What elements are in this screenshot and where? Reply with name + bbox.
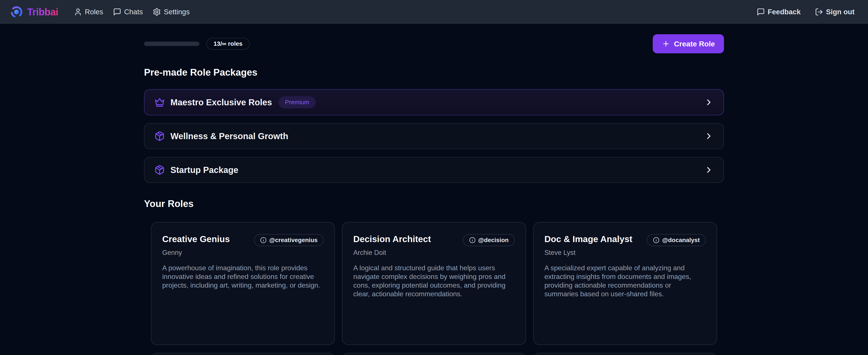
role-handle-badge[interactable]: @creativegenius [254,234,323,246]
role-card-subtitle: Genny [162,249,323,257]
role-card-partial[interactable] [342,353,526,355]
chat-icon [113,8,121,16]
sign-out-button[interactable]: Sign out [815,8,855,16]
sign-out-icon [815,8,823,16]
package-icon [154,165,165,175]
role-handle: @creativegenius [269,237,317,244]
role-card-subtitle: Archie Doit [353,249,515,257]
create-role-label: Create Role [674,40,715,48]
role-card-title: Decision Architect [353,234,431,245]
package-row-maestro[interactable]: Maestro Exclusive Roles Premium [144,89,724,115]
nav-item-chats[interactable]: Chats [113,8,143,16]
role-card-description: A logical and structured guide that help… [353,264,515,298]
main-content: 13/∞ roles Create Role Pre-made Role Pac… [144,34,724,355]
role-card-description: A specialized expert capable of analyzin… [545,264,706,298]
role-handle: @decision [478,237,509,244]
role-card-title: Creative Genius [162,234,230,245]
role-card-doc-image-analyst[interactable]: Doc & Image Analyst @docanalyst Steve Ly… [533,222,717,345]
your-roles-heading: Your Roles [144,199,724,208]
plus-icon [662,40,670,48]
nav-item-settings[interactable]: Settings [153,8,189,16]
chevron-right-icon [704,97,714,107]
packages-heading: Pre-made Role Packages [144,68,724,77]
package-title: Wellness & Personal Growth [170,131,288,141]
package-icon [154,131,165,141]
premium-badge: Premium [279,96,316,108]
chevron-right-icon [704,131,714,141]
role-handle-badge[interactable]: @decision [463,234,515,246]
role-card-title: Doc & Image Analyst [545,234,632,245]
role-cards-grid: Creative Genius @creativegenius Genny A … [151,222,717,355]
user-icon [74,8,82,16]
info-icon [469,237,475,243]
roles-count-badge: 13/∞ roles [207,38,250,50]
tribbai-logo-icon [10,5,23,19]
info-icon [653,237,659,243]
role-handle: @docanalyst [662,237,700,244]
info-icon [260,237,267,243]
role-card-creative-genius[interactable]: Creative Genius @creativegenius Genny A … [151,222,335,345]
package-list: Maestro Exclusive Roles Premium Wellness… [144,89,724,183]
feedback-button[interactable]: Feedback [757,8,801,16]
role-card-decision-architect[interactable]: Decision Architect @decision Archie Doit… [342,222,526,345]
feedback-label: Feedback [768,8,801,16]
chevron-right-icon [704,165,714,175]
package-title: Maestro Exclusive Roles [170,97,272,107]
nav-item-roles[interactable]: Roles [74,8,103,16]
sign-out-label: Sign out [826,8,855,16]
role-card-subtitle: Steve Lyst [545,249,706,257]
create-role-button[interactable]: Create Role [653,34,724,53]
package-row-startup[interactable]: Startup Package [144,157,724,183]
package-title: Startup Package [170,165,238,175]
nav-item-label: Roles [85,8,103,16]
nav-item-label: Settings [164,8,189,16]
nav-item-label: Chats [124,8,143,16]
chat-icon [757,8,765,16]
brand[interactable]: Tribbai [10,5,58,19]
role-card-description: A powerhouse of imagination, this role p… [162,264,323,290]
top-navbar: Tribbai Roles Chats Settings [0,0,868,24]
roles-toolbar: 13/∞ roles Create Role [144,34,724,53]
crown-icon [154,97,165,108]
roles-progress-bar [144,41,199,46]
role-card-partial[interactable] [151,353,335,355]
gear-icon [153,8,161,16]
package-row-wellness[interactable]: Wellness & Personal Growth [144,123,724,149]
brand-title: Tribbai [27,6,58,18]
role-card-partial[interactable] [533,353,717,355]
role-handle-badge[interactable]: @docanalyst [647,234,706,246]
